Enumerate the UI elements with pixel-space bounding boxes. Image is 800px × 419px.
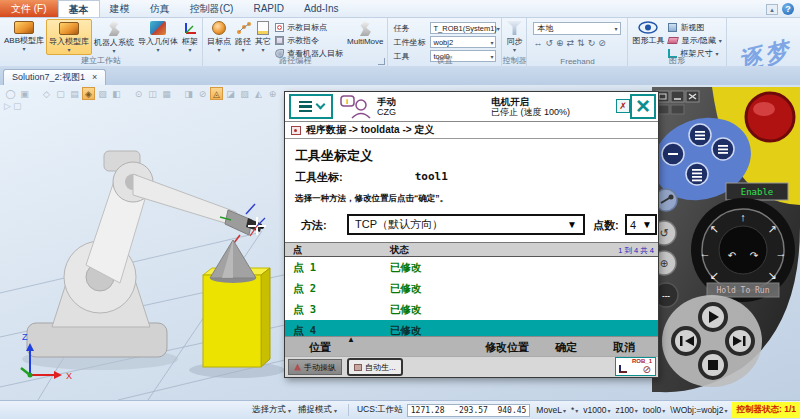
other-button[interactable]: 其它▾ bbox=[253, 19, 273, 55]
table-row[interactable]: 点 3 已修改 bbox=[285, 299, 658, 320]
freehand-reorient-icon[interactable]: ⇅ bbox=[577, 38, 585, 48]
instruction-movel-dropdown[interactable]: MoveL bbox=[536, 405, 566, 415]
viewport-tool-icon[interactable]: ◨ bbox=[182, 87, 195, 100]
abb-library-icon bbox=[14, 21, 34, 34]
hardkey-top-button[interactable] bbox=[689, 124, 711, 146]
viewport-tool-icon[interactable]: ▷ bbox=[4, 101, 11, 111]
viewport-tool-icon[interactable]: ▤ bbox=[68, 87, 81, 100]
instruction-star-dropdown[interactable]: * bbox=[571, 405, 578, 415]
path-button[interactable]: 路径▾ bbox=[233, 19, 253, 55]
tab-file[interactable]: 文件 (F) bbox=[0, 0, 58, 17]
message-window-icon[interactable]: ✗ bbox=[616, 99, 630, 113]
minimize-ribbon-icon[interactable]: ▴ bbox=[766, 4, 778, 15]
pendant-close-button[interactable]: × bbox=[630, 94, 656, 119]
workobject-select[interactable]: wobj2 bbox=[430, 36, 496, 48]
tab-addins[interactable]: Add-Ins bbox=[294, 0, 348, 17]
viewport-tool-icon[interactable]: ◇ bbox=[40, 87, 53, 100]
manual-jog-task-button[interactable]: 手动操纵 bbox=[288, 359, 342, 375]
instruction-tool-dropdown[interactable]: tool0 bbox=[643, 405, 665, 415]
hardkey-right-button[interactable] bbox=[712, 138, 734, 160]
instruction-wobj-dropdown[interactable]: \WObj:=wobj2 bbox=[670, 405, 727, 415]
freehand-linear-icon[interactable]: ⇄ bbox=[567, 38, 575, 48]
multimove-button[interactable]: MultiMove bbox=[345, 19, 385, 55]
abb-library-button[interactable]: ABB模型库▾ bbox=[2, 19, 46, 55]
pendant-menu-button[interactable] bbox=[289, 94, 333, 119]
teach-instruction-button[interactable]: 示教指令 bbox=[275, 35, 343, 46]
tab-simulation[interactable]: 仿真 bbox=[140, 0, 180, 17]
viewport-tool-icon[interactable]: ◧ bbox=[110, 87, 123, 100]
freehand-drag-icon[interactable]: ⊘ bbox=[598, 38, 606, 48]
controller-status-badge[interactable]: 控制器状态: 1/1 bbox=[732, 402, 800, 418]
viewport-tab[interactable]: Solution7_2:视图1 × bbox=[3, 69, 106, 85]
tab-rapid[interactable]: RAPID bbox=[243, 0, 294, 17]
selection-mode-dropdown[interactable]: 选择方式 bbox=[252, 404, 291, 416]
viewport-tool-icon-active[interactable]: ◬ bbox=[210, 87, 223, 100]
viewport-tool-icon[interactable]: ⊕ bbox=[266, 87, 279, 100]
hardkey-left-button[interactable] bbox=[662, 143, 684, 165]
position-button[interactable]: 位置 bbox=[309, 340, 331, 355]
freehand-rotate-icon[interactable]: ↺ bbox=[545, 38, 553, 48]
tab-basic[interactable]: 基本 bbox=[58, 0, 100, 17]
import-library-button[interactable]: 导入模型库▾ bbox=[46, 19, 92, 55]
viewport-tool-icon[interactable]: ▣ bbox=[18, 87, 31, 100]
viewport-tool-icon[interactable]: ◭ bbox=[252, 87, 265, 100]
auto-task-button[interactable]: 自动生... bbox=[347, 358, 403, 376]
viewport-tool-icon[interactable]: ▦ bbox=[160, 87, 173, 100]
cancel-button[interactable]: 取消 bbox=[613, 340, 635, 355]
dialog-launcher-icon[interactable] bbox=[378, 58, 385, 65]
teach-target-button[interactable]: 示教目标点 bbox=[275, 22, 343, 33]
new-view-button[interactable]: 新视图 bbox=[668, 22, 721, 33]
frame-button[interactable]: 框架▾ bbox=[180, 19, 200, 55]
freehand-multirobot-icon[interactable]: ↻ bbox=[588, 38, 596, 48]
viewport-tool-icon[interactable]: ▧ bbox=[96, 87, 109, 100]
instruction-speed-dropdown[interactable]: v1000 bbox=[583, 405, 610, 415]
points-select[interactable]: 4 ▼ bbox=[625, 214, 657, 235]
task-select[interactable]: T_ROB1(System1) bbox=[430, 22, 496, 34]
sync-button[interactable]: 同步▾ bbox=[504, 19, 524, 55]
table-row[interactable]: 点 1 已修改 bbox=[285, 257, 658, 278]
table-row[interactable]: 点 2 已修改 bbox=[285, 278, 658, 299]
show-hide-button[interactable]: 显示/隐藏▾ bbox=[668, 35, 721, 46]
viewport-tool-icon[interactable]: ◪ bbox=[224, 87, 237, 100]
instruction-zone-dropdown[interactable]: z100 bbox=[615, 405, 637, 415]
ok-button[interactable]: 确定 bbox=[555, 340, 577, 355]
viewport-tool-icon[interactable]: ⊘ bbox=[196, 87, 209, 100]
viewport-tool-icon[interactable]: ▢ bbox=[13, 101, 22, 111]
step-backward-button[interactable] bbox=[673, 328, 699, 354]
method-select[interactable]: TCP（默认方向） ▼ bbox=[347, 214, 585, 235]
viewport-tool-icon[interactable]: ◯ bbox=[4, 87, 17, 100]
import-geometry-button[interactable]: 导入几何体▾ bbox=[136, 19, 180, 55]
step-forward-button[interactable] bbox=[727, 328, 753, 354]
modify-position-button[interactable]: 修改位置 bbox=[485, 340, 529, 355]
emergency-stop-button[interactable] bbox=[746, 93, 794, 141]
help-icon[interactable]: ? bbox=[782, 3, 794, 15]
svg-text:↷: ↷ bbox=[750, 250, 759, 261]
viewport-tool-icon[interactable]: ⊙ bbox=[132, 87, 145, 100]
3d-viewport[interactable]: ◯ ▣ ◇ ▢ ▤ ◈ ▧ ◧ ⊙ ◫ ▦ ◨ ⊘ ◬ ◪ ▨ ◭ ⊕ ▷ ▢ bbox=[0, 85, 800, 400]
freehand-move-icon[interactable]: ↔ bbox=[533, 38, 542, 48]
viewport-tool-icon[interactable]: ▢ bbox=[54, 87, 67, 100]
viewport-tool-icon[interactable]: ▨ bbox=[238, 87, 251, 100]
axis-x-label: X bbox=[66, 371, 72, 381]
target-point-button[interactable]: 目标点▾ bbox=[205, 19, 233, 55]
dropdown-arrow-icon: ▾ bbox=[242, 48, 245, 52]
play-button[interactable] bbox=[700, 304, 726, 330]
viewport-tool-icon-active[interactable]: ◈ bbox=[82, 87, 95, 100]
rob1-panel[interactable]: ROB_1 ⊘ bbox=[615, 357, 656, 376]
yellow-box[interactable] bbox=[189, 268, 285, 378]
viewport-tool-icon[interactable]: ◫ bbox=[146, 87, 159, 100]
other-icon bbox=[257, 21, 269, 35]
close-tab-icon[interactable]: × bbox=[92, 73, 97, 82]
tab-modeling[interactable]: 建模 bbox=[100, 0, 140, 17]
calibration-cone[interactable] bbox=[210, 240, 256, 283]
freehand-coord-select[interactable]: 本地 bbox=[533, 22, 621, 35]
snap-mode-dropdown[interactable]: 捕捉模式 bbox=[298, 404, 337, 416]
tab-controller[interactable]: 控制器(C) bbox=[180, 0, 244, 17]
robot-system-button[interactable]: 机器人系统▾ bbox=[92, 19, 136, 55]
hardkey-bottom-button[interactable] bbox=[686, 163, 708, 185]
freehand-jog-icon[interactable]: ⊕ bbox=[556, 38, 564, 48]
scroll-up-icon[interactable]: ▲ bbox=[347, 335, 355, 344]
svg-text:↶: ↶ bbox=[728, 250, 736, 261]
graphics-tools-button[interactable]: 图形工具 bbox=[630, 19, 666, 55]
stop-button[interactable] bbox=[700, 352, 726, 378]
